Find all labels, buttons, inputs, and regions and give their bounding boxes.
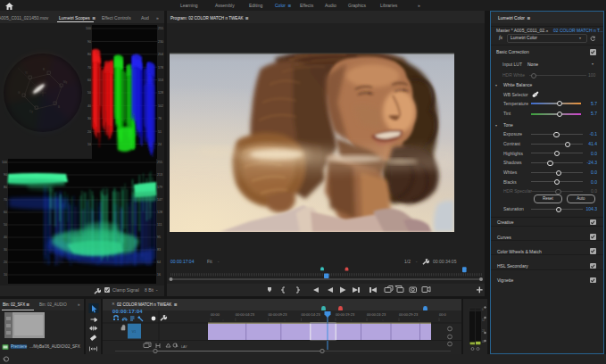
svg-text:111: 111 [157, 223, 162, 227]
svg-text:178: 178 [158, 66, 163, 70]
svg-text:147: 147 [157, 198, 162, 202]
svg-text:128: 128 [157, 211, 162, 214]
svg-text:60: 60 [87, 79, 91, 82]
svg-text:B: B [58, 105, 60, 109]
svg-text:64: 64 [157, 261, 161, 264]
svg-text:100: 100 [2, 161, 7, 164]
svg-text:95: 95 [157, 236, 161, 239]
svg-text:16: 16 [157, 273, 161, 277]
svg-text:0: 0 [482, 308, 484, 311]
svg-text:24: 24 [158, 143, 162, 146]
svg-text:Cy: Cy [29, 110, 33, 113]
svg-text:40: 40 [87, 104, 91, 108]
svg-text:230: 230 [158, 40, 163, 44]
svg-text:213: 213 [157, 173, 162, 177]
svg-text:40: 40 [4, 236, 7, 239]
svg-text:102: 102 [158, 104, 163, 108]
svg-text:179: 179 [157, 186, 162, 189]
svg-text:LAY: LAY [181, 345, 187, 349]
svg-text:90: 90 [4, 173, 7, 177]
svg-text:51: 51 [158, 130, 162, 134]
svg-text:80: 80 [4, 186, 7, 189]
svg-text:00:00:04:23: 00:00:04:23 [236, 312, 255, 317]
svg-text:70: 70 [4, 198, 7, 202]
svg-text:70: 70 [87, 66, 91, 70]
svg-text:Yl: Yl [25, 71, 28, 75]
svg-text:50: 50 [4, 223, 7, 227]
svg-text:V1: V1 [132, 330, 137, 334]
svg-text:20: 20 [4, 261, 7, 264]
svg-text:153: 153 [158, 79, 163, 82]
svg-text:128: 128 [158, 91, 163, 95]
svg-text:30: 30 [4, 248, 7, 252]
svg-text:10: 10 [4, 273, 7, 277]
svg-text:30: 30 [87, 117, 91, 120]
svg-text:204: 204 [158, 53, 163, 56]
svg-text:00:00:29:23: 00:00:29:23 [399, 312, 419, 317]
svg-text:255: 255 [157, 161, 162, 164]
svg-text:00:00:09:23: 00:00:09:23 [268, 312, 287, 317]
svg-text:10: 10 [87, 143, 91, 146]
svg-text:00:00: 00:00 [211, 312, 220, 317]
svg-text:100: 100 [86, 27, 91, 30]
svg-text:83: 83 [157, 248, 161, 252]
svg-text:50: 50 [87, 91, 91, 95]
svg-text:60: 60 [4, 211, 7, 214]
svg-text:00:00:14:23: 00:00:14:23 [302, 312, 321, 317]
svg-text:255: 255 [158, 27, 163, 30]
svg-text:00:0: 00:0 [439, 312, 447, 317]
svg-text:90: 90 [87, 40, 91, 44]
svg-text:80: 80 [87, 53, 91, 56]
svg-text:20: 20 [87, 130, 91, 134]
svg-text:Mg: Mg [63, 80, 67, 84]
svg-text:00:00:24:23: 00:00:24:23 [367, 312, 386, 317]
svg-text:00:00:19:23: 00:00:19:23 [336, 312, 355, 317]
svg-text:12: 12 [482, 318, 486, 322]
svg-text:76: 76 [158, 117, 162, 120]
